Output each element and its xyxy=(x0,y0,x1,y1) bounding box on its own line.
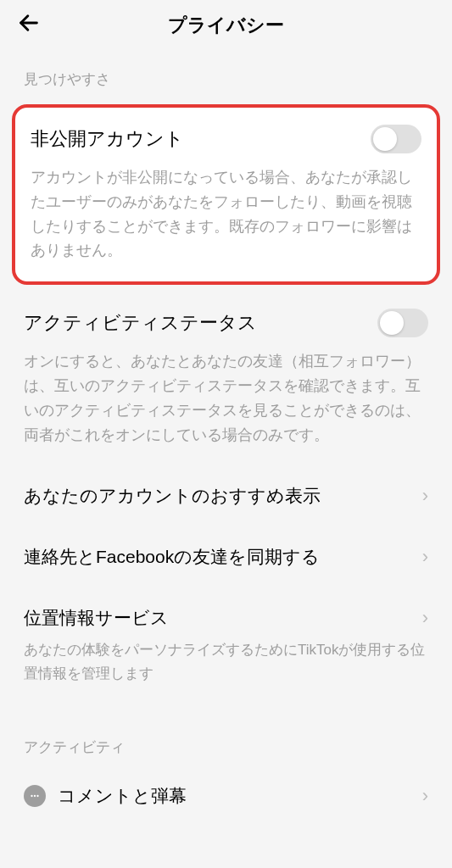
sync-contacts-nav[interactable]: 連絡先とFacebookの友達を同期する › xyxy=(0,526,452,587)
chevron-right-icon: › xyxy=(422,546,428,568)
section-header-activity: アクティビティ xyxy=(0,719,452,765)
header: プライバシー xyxy=(0,0,452,51)
chevron-right-icon: › xyxy=(422,785,428,807)
comments-nav[interactable]: コメントと弾幕 › xyxy=(0,765,452,826)
activity-status-description: オンにすると、あなたとあなたの友達（相互フォロワー）は、互いのアクティビティステ… xyxy=(24,349,428,447)
comment-icon xyxy=(24,785,46,807)
sync-contacts-title: 連絡先とFacebookの友達を同期する xyxy=(24,545,320,569)
location-services-description: あなたの体験をパーソナライズするためにTikTokが使用する位置情報を管理します xyxy=(0,638,452,701)
private-account-setting-highlighted: 非公開アカウント アカウントが非公開になっている場合、あなたが承認したユーザーの… xyxy=(12,104,440,285)
activity-status-title: アクティビティステータス xyxy=(24,310,257,336)
svg-point-1 xyxy=(31,795,32,797)
toggle-knob xyxy=(373,127,397,151)
chevron-right-icon: › xyxy=(422,607,428,629)
svg-point-2 xyxy=(34,795,36,797)
suggest-account-title: あなたのアカウントのおすすめ表示 xyxy=(24,484,321,508)
back-arrow-icon[interactable] xyxy=(17,11,41,41)
activity-status-setting: アクティビティステータス オンにすると、あなたとあなたの友達（相互フォロワー）は… xyxy=(0,292,452,465)
chevron-right-icon: › xyxy=(422,485,428,507)
suggest-account-nav[interactable]: あなたのアカウントのおすすめ表示 › xyxy=(0,465,452,526)
section-header-discoverability: 見つけやすさ xyxy=(0,51,452,97)
private-account-title: 非公開アカウント xyxy=(31,126,184,152)
activity-status-toggle[interactable] xyxy=(377,309,428,337)
location-services-title: 位置情報サービス xyxy=(24,606,169,630)
svg-point-3 xyxy=(36,795,38,797)
comments-title: コメントと弾幕 xyxy=(58,784,187,808)
page-title: プライバシー xyxy=(17,13,435,38)
toggle-knob xyxy=(380,311,404,335)
private-account-toggle[interactable] xyxy=(371,125,421,153)
private-account-description: アカウントが非公開になっている場合、あなたが承認したユーザーのみがあなたをフォロ… xyxy=(31,165,421,263)
